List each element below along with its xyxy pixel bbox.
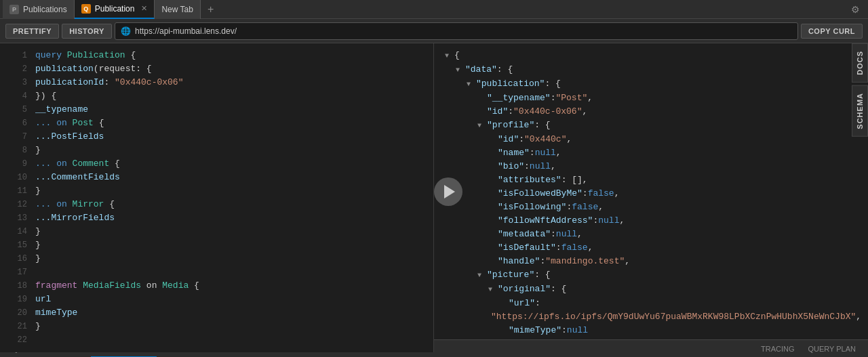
editor-line: 7 ...PostFields — [0, 130, 433, 144]
url-bar: 🌐 — [115, 22, 798, 40]
editor-line: 6 ... on Post { — [0, 117, 433, 130]
tab-publications[interactable]: P Publications — [3, 0, 75, 19]
editor-content[interactable]: 1query Publication {2 publication(reques… — [0, 43, 433, 352]
editor-line: 22 — [0, 333, 433, 347]
publication-tab-icon: Q — [81, 4, 91, 14]
tab-bar: P Publications Q Publication ✕ New Tab +… — [0, 0, 868, 19]
json-line: "handle": "mandingo.test", — [434, 255, 868, 268]
json-line: "metadata": null, — [434, 228, 868, 241]
line-number: 18 — [8, 279, 27, 293]
play-icon — [444, 185, 455, 198]
line-content: } — [35, 225, 425, 238]
editor-line: 4 }) { — [0, 89, 433, 103]
editor-line: 9 ... on Comment { — [0, 157, 433, 171]
json-line: "attributes": [], — [434, 173, 868, 187]
url-input[interactable] — [135, 26, 792, 36]
new-tab-label: New Tab — [161, 5, 193, 14]
line-content: } — [35, 184, 425, 198]
json-line: ▼"profile": { — [434, 119, 868, 133]
prettify-button[interactable]: PRETTIFY — [5, 24, 59, 39]
publications-tab-icon: P — [9, 5, 19, 14]
json-line: "isFollowedByMe": false, — [434, 187, 868, 201]
history-button[interactable]: HISTORY — [62, 24, 112, 39]
line-number: 12 — [8, 198, 27, 211]
globe-icon: 🌐 — [121, 26, 131, 36]
editor-line: 2 publication(request: { — [0, 62, 433, 76]
json-line: ▼"picture": { — [434, 268, 868, 282]
editor-line: 14 } — [0, 225, 433, 238]
line-content: ... on Post { — [35, 117, 425, 130]
toggle-arrow[interactable]: ▼ — [467, 78, 473, 91]
close-tab-button[interactable]: ✕ — [141, 4, 147, 13]
json-line: "isFollowing": false, — [434, 201, 868, 214]
line-content: fragment MediaFields on Media { — [35, 279, 425, 293]
editor-panel: 1query Publication {2 publication(reques… — [0, 43, 434, 352]
docs-button[interactable]: DOCS — [852, 43, 868, 83]
line-number: 10 — [8, 171, 27, 184]
tracing-tab[interactable]: TRACING — [757, 340, 799, 358]
copy-curl-button[interactable]: COPY CURL — [801, 24, 863, 39]
line-number: 13 — [8, 211, 27, 225]
toggle-arrow[interactable]: ▼ — [477, 269, 484, 282]
line-number: 2 — [8, 62, 27, 76]
line-number: 20 — [8, 306, 27, 320]
line-content: } — [35, 252, 425, 266]
settings-icon[interactable]: ⚙ — [846, 4, 865, 15]
line-content: publicationId: "0x440c-0x06" — [35, 76, 425, 89]
editor-line: 1query Publication { — [0, 49, 433, 62]
json-line: "https://ipfs.io/ipfs/QmY9dUwYu67puaWBMx… — [434, 310, 868, 324]
query-plan-tab[interactable]: QUERY PLAN — [804, 340, 860, 358]
json-line: "bio": null, — [434, 160, 868, 173]
new-tab-button[interactable]: + — [201, 0, 220, 19]
line-number: 14 — [8, 225, 27, 238]
publications-tab-label: Publications — [23, 5, 67, 14]
editor-line: 3 publicationId: "0x440c-0x06" — [0, 76, 433, 89]
toggle-arrow[interactable]: ▼ — [477, 119, 484, 133]
line-content: ...CommentFields — [35, 171, 425, 184]
line-content: ... on Comment { — [35, 157, 425, 171]
line-number: 17 — [8, 266, 27, 279]
toolbar: PRETTIFY HISTORY 🌐 COPY CURL — [0, 19, 868, 43]
json-line: ▼"original": { — [434, 282, 868, 297]
editor-line: 11 } — [0, 184, 433, 198]
line-number: 11 — [8, 184, 27, 198]
line-content: publication(request: { — [35, 62, 425, 76]
editor-line: 21} — [0, 320, 433, 333]
toggle-arrow[interactable]: ▼ — [456, 64, 462, 77]
publication-tab-label: Publication — [95, 4, 135, 14]
json-line: } — [434, 337, 868, 339]
toggle-arrow[interactable]: ▼ — [488, 283, 495, 297]
editor-line: 19 url — [0, 293, 433, 306]
toggle-arrow[interactable]: ▼ — [445, 49, 452, 63]
editor-line: 16} — [0, 252, 433, 266]
json-line: "url": — [434, 297, 868, 310]
editor-line: 8 } — [0, 144, 433, 157]
line-content: mimeType — [35, 306, 425, 320]
line-number: 19 — [8, 293, 27, 306]
line-number: 6 — [8, 117, 27, 130]
json-line: "name": null, — [434, 146, 868, 160]
line-number: 8 — [8, 144, 27, 157]
editor-line: 20 mimeType — [0, 306, 433, 320]
line-number: 22 — [8, 333, 27, 347]
line-content: ...PostFields — [35, 130, 425, 144]
response-panel[interactable]: ▼{▼"data": {▼"publication": { "__typenam… — [434, 43, 868, 339]
line-number: 4 — [8, 89, 27, 103]
run-button[interactable] — [434, 177, 462, 206]
json-line: "followNftAddress": null, — [434, 214, 868, 228]
editor-line: 17 — [0, 266, 433, 279]
tab-publication[interactable]: Q Publication ✕ — [75, 0, 155, 19]
editor-line: 13 ...MirrorFields — [0, 211, 433, 225]
line-number: 21 — [8, 320, 27, 333]
editor-wrapper: 1query Publication {2 publication(reques… — [0, 43, 434, 339]
line-number: 1 — [8, 49, 27, 62]
line-number: 9 — [8, 157, 27, 171]
json-line: "id": "0x440c-0x06", — [434, 105, 868, 119]
line-content: } — [35, 238, 425, 252]
line-number: 5 — [8, 103, 27, 117]
line-content: } — [35, 320, 425, 333]
schema-button[interactable]: SCHEMA — [852, 85, 868, 137]
json-line: "isDefault": false, — [434, 241, 868, 255]
tab-new-tab[interactable]: New Tab — [155, 0, 200, 19]
line-content: ...MirrorFields — [35, 211, 425, 225]
